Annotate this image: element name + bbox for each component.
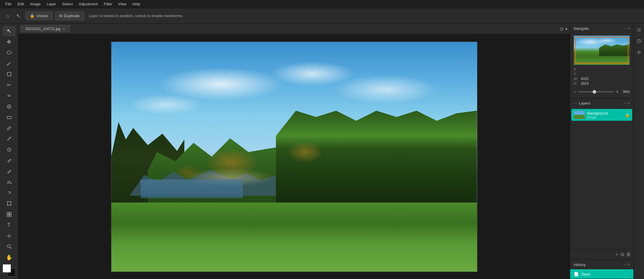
unlock-label: Unlock <box>36 14 48 18</box>
svg-point-12 <box>9 149 10 150</box>
properties-button[interactable] <box>635 26 643 35</box>
zoom-slider[interactable] <box>578 91 614 92</box>
settings-button[interactable] <box>635 48 643 57</box>
menu-filter[interactable]: Filter <box>101 1 115 7</box>
burn-tool[interactable] <box>3 145 16 155</box>
pen-tool[interactable] <box>3 155 16 166</box>
layers-panel-controls: − × <box>624 101 630 105</box>
navigate-close-button[interactable]: × <box>627 26 630 31</box>
layers-panel-header: ··· Layers − × <box>570 98 633 108</box>
svg-point-34 <box>638 51 640 53</box>
eraser-tool[interactable] <box>3 112 16 123</box>
svg-point-26 <box>7 245 10 248</box>
crop-tool[interactable] <box>3 69 16 79</box>
history-panel: History − × 📄 Open <box>570 260 633 279</box>
history-open-label: Open <box>581 272 591 276</box>
healing-tool[interactable] <box>3 91 16 101</box>
navigate-panel-title: Navigate <box>574 26 589 31</box>
layers-more-button[interactable]: ··· <box>574 101 577 105</box>
nav-y-row: Y: <box>574 72 630 76</box>
svg-line-27 <box>10 247 11 249</box>
zoom-minus-button[interactable]: − <box>574 89 576 94</box>
menu-bar: File Edit Image Layer Select Adjustment … <box>0 0 644 8</box>
history-icon-button[interactable] <box>635 37 643 46</box>
menu-layer[interactable]: Layer <box>44 1 59 7</box>
sample-tool[interactable] <box>3 231 16 241</box>
layers-list: Background Image 🔒 <box>570 108 633 249</box>
close-tab-button[interactable]: × <box>63 27 65 31</box>
nav-w-row: W: 4032 <box>574 77 630 81</box>
scissors-tool[interactable]: ✂ <box>3 80 16 90</box>
nav-x-row: X: <box>574 67 630 71</box>
nav-h-row: H: 3024 <box>574 81 630 86</box>
tab-expand-button[interactable]: ⊡ <box>560 27 564 31</box>
layer-item-background[interactable]: Background Image 🔒 <box>571 109 632 121</box>
tab-chevron-button[interactable]: ▾ <box>565 27 567 31</box>
nav-thumb-trees <box>599 44 630 56</box>
menu-view[interactable]: View <box>115 1 129 7</box>
hand-tool[interactable]: ✋ <box>3 252 16 263</box>
zoom-tool[interactable] <box>3 242 16 252</box>
menu-edit[interactable]: Edit <box>14 1 27 7</box>
transform-tool[interactable] <box>3 198 16 209</box>
layer-name: Background <box>587 111 622 115</box>
unlock-button[interactable]: 🔒 Unlock <box>25 12 53 20</box>
menu-select[interactable]: Select <box>59 1 76 7</box>
menu-file[interactable]: File <box>2 1 14 7</box>
layer-thumbnail <box>574 111 585 119</box>
svg-rect-16 <box>7 201 8 202</box>
history-item-open[interactable]: 📄 Open <box>570 269 633 279</box>
canvas-image <box>111 42 477 272</box>
add-layer-button[interactable]: + <box>616 252 618 257</box>
move-tool[interactable]: ✥ <box>3 37 16 47</box>
eyedropper2-tool[interactable] <box>3 123 16 133</box>
history-minimize-button[interactable]: − <box>624 262 626 267</box>
navigate-panel: Navigate − × X: Y: <box>570 24 633 98</box>
clone-tool[interactable] <box>3 102 16 112</box>
navigate-panel-controls: − × <box>624 26 630 31</box>
image-tab[interactable]: 20231031_154721.jpg × <box>21 25 70 32</box>
home-icon[interactable]: ⌂ <box>4 12 12 20</box>
layers-minimize-button[interactable]: − <box>624 101 626 105</box>
menu-adjustment[interactable]: Adjustment <box>76 1 101 7</box>
pattern-tool[interactable] <box>3 209 16 220</box>
canvas-wrapper <box>18 34 570 279</box>
text-tool[interactable]: T <box>3 220 16 230</box>
select-tool[interactable]: ↖ <box>3 26 16 36</box>
history-close-button[interactable]: × <box>627 262 630 267</box>
main-layout: ↖ ✥ ✂ <box>0 24 644 279</box>
lasso-tool[interactable] <box>3 48 16 58</box>
duplicate-button[interactable]: ⧉ Duplicate <box>55 12 84 20</box>
toolbar-status: Layer is locked in position, unlock to e… <box>89 14 183 18</box>
foreground-color-swatch[interactable] <box>3 264 11 273</box>
toolbar: ⌂ ↖ 🔒 Unlock ⧉ Duplicate Layer is locked… <box>0 8 644 24</box>
eyedropper-tool[interactable] <box>3 58 16 69</box>
svg-rect-18 <box>7 205 8 205</box>
menu-help[interactable]: Help <box>129 1 143 7</box>
nav-w-value: 4032 <box>581 77 589 81</box>
color-swatches[interactable] <box>3 264 16 277</box>
navigate-thumbnail-area: X: Y: W: 4032 H: 3024 <box>570 33 633 98</box>
zoom-slider-thumb <box>593 90 596 94</box>
wand-tool[interactable] <box>3 134 16 144</box>
navigate-minimize-button[interactable]: − <box>624 26 626 31</box>
svg-rect-20 <box>7 212 9 214</box>
layers-close-button[interactable]: × <box>627 101 630 105</box>
tab-bar: 20231031_154721.jpg × ⊡ ▾ <box>18 24 570 34</box>
scene-grass <box>111 203 477 271</box>
svg-rect-3 <box>7 72 11 76</box>
history-panel-title: History <box>574 262 586 267</box>
layers-actions: + ⧉ 🗑 <box>570 249 633 260</box>
smudge-tool[interactable] <box>3 188 16 198</box>
bucket-tool[interactable] <box>3 177 16 187</box>
svg-line-33 <box>639 41 640 42</box>
pointer-icon[interactable]: ↖ <box>14 12 23 20</box>
pencil-tool[interactable] <box>3 166 16 177</box>
duplicate-layer-button[interactable]: ⧉ <box>621 252 624 257</box>
menu-image[interactable]: Image <box>27 1 43 7</box>
navigate-panel-header: Navigate − × <box>570 24 633 33</box>
duplicate-icon: ⧉ <box>59 14 62 18</box>
delete-layer-button[interactable]: 🗑 <box>626 252 631 257</box>
zoom-plus-button[interactable]: + <box>616 89 619 94</box>
navigate-thumbnail <box>574 35 630 65</box>
